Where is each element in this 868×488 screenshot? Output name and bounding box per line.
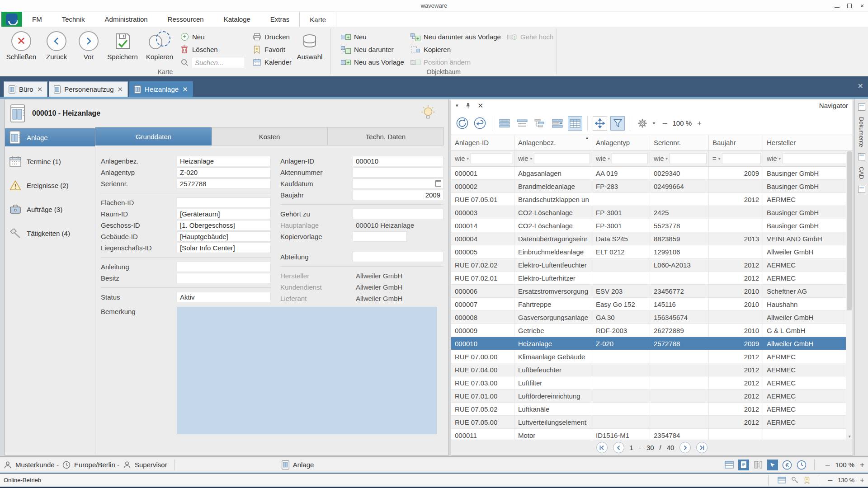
first-page-button[interactable] (596, 442, 608, 453)
tab-cad[interactable]: CAD (858, 167, 865, 179)
sidebar-item-anlage[interactable]: Anlage (5, 128, 95, 146)
document-tab[interactable]: Büro ✕ (4, 81, 47, 97)
table-row[interactable]: 000009 Getriebe RDF-2003 26272889 2010 G… (451, 324, 846, 337)
pan-icon[interactable] (593, 116, 607, 131)
zurueck-button[interactable]: Zurück (39, 28, 74, 61)
minimize-button[interactable] (834, 3, 840, 9)
menu-item[interactable]: Extras (260, 12, 300, 27)
table-row[interactable]: 000006 Ersatzstromversorgung ESV 203 234… (451, 285, 846, 298)
document-icon[interactable] (858, 153, 865, 160)
scrollbar-thumb[interactable] (847, 151, 852, 310)
anleitung-input[interactable] (177, 262, 271, 272)
speichern-button[interactable]: Speichern (103, 28, 142, 61)
status-input[interactable]: Aktiv (177, 292, 271, 302)
filter-input-hersteller[interactable] (783, 153, 851, 164)
maximize-button[interactable] (846, 3, 853, 9)
column-header-anlagenbez[interactable]: Anlagenbez.▲ (514, 135, 592, 150)
sidebar-item-auftraege[interactable]: Aufträge (3) (5, 200, 95, 218)
gebaeude-id-input[interactable]: [Hauptgebäude] (177, 231, 271, 242)
menu-item[interactable]: FM (22, 12, 52, 27)
table-row[interactable]: RUE 07.05.02 Luftkanäle 2012 AERMEC (451, 403, 846, 416)
menu-item[interactable]: Technik (52, 12, 95, 27)
bemerkung-textarea[interactable] (177, 307, 437, 434)
navigation-arrow-icon[interactable] (767, 460, 778, 470)
ob-neu-darunter-button[interactable]: Neu darunter (341, 44, 404, 55)
table-row[interactable]: RUE 07.02.02 Elektro-Luftentfeuchter L06… (451, 258, 846, 272)
table-row[interactable]: RUE 07.00.00 Klimaanlage Gebäude 2012 AE… (451, 350, 846, 363)
filter-op-dropdown-icon[interactable]: ▾ (779, 156, 781, 161)
window-zoom-out-button[interactable]: – (828, 476, 832, 485)
filter-op-dropdown-icon[interactable]: ▾ (666, 156, 668, 161)
seriennr-input[interactable]: 2572788 (177, 178, 271, 189)
layout-table-icon[interactable] (724, 460, 735, 470)
menu-item[interactable]: Ressourcen (158, 12, 214, 27)
form-tab[interactable]: Grunddaten (95, 127, 212, 145)
app-logo[interactable] (1, 12, 22, 27)
ob-neu-button[interactable]: + Neu (341, 31, 404, 42)
document-tab[interactable]: Heizanlage ✕ (129, 81, 193, 97)
column-header-anlagen-id[interactable]: Anlagen-ID (451, 135, 514, 150)
grid-small-icon[interactable] (778, 477, 786, 483)
aktennummer-input[interactable] (353, 167, 443, 178)
kopiervorlage-input[interactable] (353, 231, 407, 242)
view-tree-icon[interactable] (533, 116, 547, 131)
table-row[interactable]: RUE 07.01.00 Luftfördereinrichtung 2012 … (451, 389, 846, 403)
anlagenbez-input[interactable]: Heizanlage (177, 156, 271, 166)
table-row[interactable]: 000002 Brandmeldeanlage FP-283 02499664 … (451, 180, 846, 193)
kalender-button[interactable]: Kalender (252, 56, 292, 68)
column-header-hersteller[interactable]: Hersteller (763, 135, 853, 150)
tabstrip-close-icon[interactable]: ✕ (858, 82, 863, 90)
column-header-baujahr[interactable]: Baujahr (709, 135, 763, 150)
gear-icon[interactable] (635, 116, 650, 131)
table-row[interactable]: RUE 07.04.00 Luftbefeuchter 2012 AERMEC (451, 363, 846, 376)
refresh-icon[interactable] (455, 116, 469, 131)
window-zoom-in-button[interactable]: + (860, 476, 864, 485)
anlagentyp-input[interactable]: Z-020 (177, 167, 271, 178)
app-zoom-out-button[interactable]: – (826, 460, 830, 469)
view-compact-icon[interactable] (515, 116, 529, 131)
abteilung-input[interactable] (353, 252, 443, 262)
tab-dokumente[interactable]: Dokumente (858, 117, 865, 147)
euro-icon[interactable]: € (782, 460, 793, 470)
filter-input-anlagenbez[interactable] (534, 153, 590, 164)
bookmark-icon[interactable] (804, 477, 810, 484)
besitz-input[interactable] (177, 273, 271, 283)
ob-gehe-hoch-button[interactable]: ↑ Gehe hoch (507, 31, 553, 42)
table-row[interactable]: RUE 07.03.00 Luftfilter 2012 AERMEC (451, 376, 846, 389)
table-row[interactable]: 000003 CO2-Löschanlage FP-3001 2425 Baus… (451, 206, 846, 219)
ob-kopieren-button[interactable]: Kopieren (410, 44, 501, 55)
ob-neu-darunter-aus-vorlage-button[interactable]: + Neu darunter aus Vorlage (410, 31, 501, 42)
loeschen-button[interactable]: Löschen (180, 44, 245, 55)
next-page-button[interactable] (679, 442, 691, 453)
table-row[interactable]: RUE 07.05.01 Brandschutzklappen un 2012 … (451, 193, 846, 206)
sidebar-item-termine[interactable]: Termine (1) (5, 152, 95, 170)
lightbulb-icon[interactable] (420, 105, 436, 120)
ob-position-aendern-button[interactable]: Position ändern (410, 56, 501, 68)
gear-dropdown-icon[interactable]: ▾ (653, 121, 655, 126)
filter-input-anlagentyp[interactable] (612, 153, 648, 164)
cad-drawing-icon[interactable] (858, 186, 865, 193)
table-row[interactable]: 000010 Heizanlage Z-020 2572788 2009 All… (451, 337, 846, 350)
menu-item[interactable]: Administration (95, 12, 158, 27)
tab-close-icon[interactable]: ✕ (118, 85, 123, 94)
kaufdatum-input[interactable] (353, 178, 443, 189)
sidebar-item-ereignisse[interactable]: Ereignisse (2) (5, 176, 95, 194)
panel-layout-icon[interactable] (858, 103, 865, 111)
document-view-icon[interactable] (738, 460, 749, 470)
filter-op-dropdown-icon[interactable]: ▾ (718, 156, 721, 161)
filter-input-baujahr[interactable] (722, 153, 761, 164)
liegenschafts-id-input[interactable]: [Solar Info Center] (177, 243, 271, 253)
close-window-button[interactable]: × (859, 3, 865, 9)
key-icon[interactable] (791, 476, 799, 484)
filter-icon[interactable] (610, 116, 625, 131)
view-grid-icon[interactable] (568, 116, 582, 131)
raum-id-input[interactable]: [Geräteraum] (177, 209, 271, 219)
view-detail-icon[interactable] (550, 116, 565, 131)
filter-op-dropdown-icon[interactable]: ▾ (530, 156, 533, 161)
tab-close-icon[interactable]: ✕ (37, 85, 43, 94)
pin-icon[interactable] (466, 103, 471, 109)
drucken-button[interactable]: Drucken (252, 31, 292, 42)
time-icon[interactable] (796, 460, 807, 470)
scrollbar-down-icon[interactable]: ▾ (846, 434, 853, 439)
form-tab[interactable]: Kosten (212, 127, 328, 145)
